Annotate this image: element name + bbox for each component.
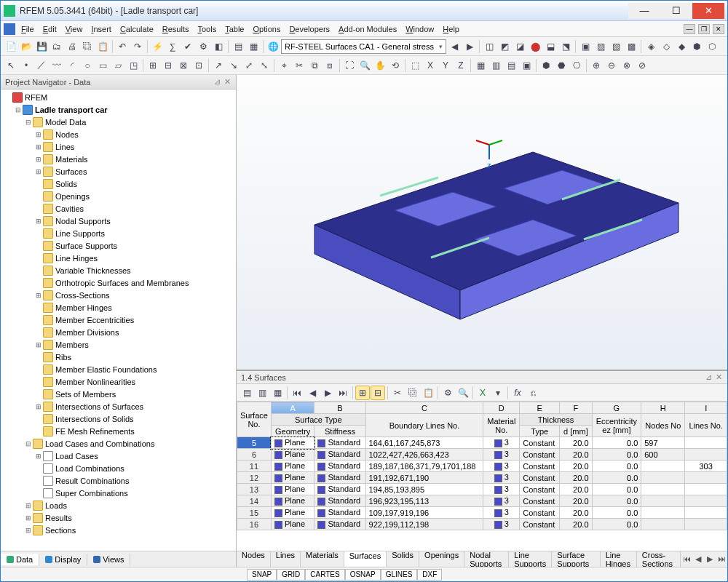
t2d-icon[interactable]: ⊡ — [191, 58, 206, 73]
table-tab-solids[interactable]: Solids — [387, 551, 419, 567]
nav-tab-views[interactable]: Views — [87, 554, 130, 565]
view-y-icon[interactable]: Y — [438, 58, 453, 73]
tool-i-icon[interactable]: ▧ — [609, 39, 623, 54]
nav-pin-icon[interactable]: ⊿ — [213, 77, 221, 87]
table-row[interactable]: 6PlaneStandard1022,427,426,663,4233Const… — [237, 449, 727, 461]
table-row[interactable]: 5PlaneStandard164,61,167,245,8733Constan… — [237, 437, 727, 449]
table-tab-materials[interactable]: Materials — [301, 551, 344, 567]
tree-item[interactable]: ⊞Surfaces — [34, 165, 234, 178]
menu-add-on-modules[interactable]: Add-on Modules — [334, 23, 401, 35]
menu-options[interactable]: Options — [248, 23, 285, 35]
tree-item[interactable]: ⊞Results — [24, 511, 234, 524]
save-all-icon[interactable]: 🗂 — [50, 39, 64, 54]
menu-view[interactable]: View — [61, 23, 87, 35]
menu-help[interactable]: Help — [438, 23, 464, 35]
surface-icon[interactable]: ▱ — [111, 58, 125, 73]
check-icon[interactable]: ✔ — [181, 39, 195, 54]
line-icon[interactable]: ／ — [34, 58, 49, 73]
tree-item[interactable]: Member Elastic Foundations — [34, 363, 234, 375]
table-tab-surface-supports[interactable]: Surface Supports — [552, 551, 600, 567]
redo-icon[interactable]: ↷ — [130, 39, 145, 54]
tree-lcc[interactable]: ⊟Load Cases and Combinations — [24, 437, 234, 450]
tree-item[interactable]: Intersections of Solids — [34, 412, 234, 425]
tree-item[interactable]: ⊞Cross-Sections — [34, 289, 234, 301]
zoom-fit-icon[interactable]: ⛶ — [342, 58, 357, 73]
tree-item[interactable]: Ribs — [34, 351, 234, 363]
tool-d-icon[interactable]: ⬤ — [528, 39, 542, 54]
tt-j-icon[interactable]: 🔍 — [456, 386, 470, 400]
tree[interactable]: RFEM ⊟Ladle transport car ⊟Model Data ⊞N… — [1, 89, 236, 551]
status-grid[interactable]: GRID — [277, 569, 305, 581]
arc-icon[interactable]: ◜ — [65, 58, 79, 73]
tabnav-next[interactable]: ▶ — [704, 554, 716, 564]
close-button[interactable]: ✕ — [692, 3, 724, 19]
tool-l-icon[interactable]: ◇ — [659, 39, 673, 54]
table-row[interactable]: 16PlaneStandard922,199,112,1983Constant2… — [237, 519, 727, 530]
polyline-icon[interactable]: 〰 — [50, 58, 64, 73]
hdr-surface-no[interactable]: Surface No. — [237, 402, 272, 437]
table-tab-nodal-supports[interactable]: Nodal Supports — [464, 551, 509, 567]
menu-file[interactable]: File — [17, 23, 39, 35]
tt-h-icon[interactable]: 📋 — [421, 386, 435, 400]
col-g[interactable]: G — [592, 402, 641, 414]
hdr-thickness[interactable]: Thickness — [520, 414, 592, 426]
tt-l-icon[interactable]: ⎌ — [526, 386, 540, 400]
t2e-icon[interactable]: ↗ — [211, 58, 226, 73]
tool-j-icon[interactable]: ▩ — [624, 39, 638, 54]
tt-first-icon[interactable]: ⏮ — [290, 386, 304, 400]
new-icon[interactable]: 📄 — [4, 39, 18, 54]
t2j-icon[interactable]: ✂ — [292, 58, 306, 73]
tree-project[interactable]: ⊟Ladle transport car — [14, 103, 234, 116]
nav-close-icon[interactable]: ✕ — [223, 77, 232, 87]
globe-icon[interactable]: 🌐 — [266, 39, 280, 54]
tree-item[interactable]: ⊞Materials — [34, 153, 234, 165]
tt-excel-icon[interactable]: X — [475, 386, 490, 400]
t2k-icon[interactable]: ⧉ — [307, 58, 322, 73]
pan-icon[interactable]: ✋ — [373, 58, 387, 73]
tool-g-icon[interactable]: ▣ — [578, 39, 593, 54]
hdr-boundary[interactable]: Boundary Lines No. — [365, 414, 483, 437]
tt-a-icon[interactable]: ▤ — [240, 386, 254, 400]
tree-item[interactable]: Member Eccentricities — [34, 314, 234, 326]
status-dxf[interactable]: DXF — [417, 569, 442, 581]
iso-icon[interactable]: ⬚ — [408, 58, 422, 73]
table-row[interactable]: 11PlaneStandard189,187,186,371,79,1701,1… — [237, 461, 727, 472]
tree-item[interactable]: ⊞Lines — [34, 140, 234, 153]
t2m-icon[interactable]: ▦ — [473, 58, 488, 73]
menu-calculate[interactable]: Calculate — [116, 23, 158, 35]
undo-icon[interactable]: ↶ — [115, 39, 130, 54]
t2a-icon[interactable]: ⊞ — [146, 58, 160, 73]
col-i[interactable]: I — [685, 402, 727, 414]
tree-item[interactable]: FE Mesh Refinements — [34, 425, 234, 437]
nav-tab-display[interactable]: Display — [39, 554, 87, 565]
menu-table[interactable]: Table — [221, 23, 248, 35]
tool-c-icon[interactable]: ◪ — [513, 39, 527, 54]
t2n-icon[interactable]: ▥ — [488, 58, 503, 73]
hdr-material[interactable]: Material No. — [483, 414, 520, 437]
table-grid[interactable]: Surface No. A B C D E F G H I Surf — [237, 402, 727, 551]
tree-item[interactable]: Orthotropic Surfaces and Membranes — [34, 276, 234, 289]
rect-icon[interactable]: ▭ — [95, 58, 110, 73]
tree-item[interactable]: Line Hinges — [34, 252, 234, 264]
tt-i-icon[interactable]: ⚙ — [440, 386, 455, 400]
tool-a-icon[interactable]: ◫ — [482, 39, 496, 54]
status-snap[interactable]: SNAP — [247, 569, 277, 581]
tabnav-first[interactable]: ⏮ — [681, 554, 692, 564]
col-h[interactable]: H — [641, 402, 685, 414]
table-row[interactable]: 14PlaneStandard196,923,195,1133Constant2… — [237, 495, 727, 507]
tt-last-icon[interactable]: ⏭ — [336, 386, 350, 400]
t2b-icon[interactable]: ⊟ — [161, 58, 175, 73]
tree-item[interactable]: Result Combinations — [34, 474, 234, 487]
tree-item[interactable]: Cavities — [34, 202, 234, 215]
status-cartes[interactable]: CARTES — [305, 569, 344, 581]
hdr-d[interactable]: d [mm] — [560, 426, 592, 437]
node-icon[interactable]: • — [19, 58, 33, 73]
tt-g-icon[interactable]: ⿻ — [405, 386, 420, 400]
tt-c-icon[interactable]: ▦ — [270, 386, 285, 400]
tabnav-prev[interactable]: ◀ — [692, 554, 704, 564]
hdr-surface-type[interactable]: Surface Type — [271, 414, 365, 426]
tt-b-icon[interactable]: ▥ — [255, 386, 269, 400]
t2p-icon[interactable]: ▣ — [519, 58, 534, 73]
maximize-button[interactable]: ☐ — [660, 3, 692, 19]
menu-developers[interactable]: Developers — [285, 23, 334, 35]
